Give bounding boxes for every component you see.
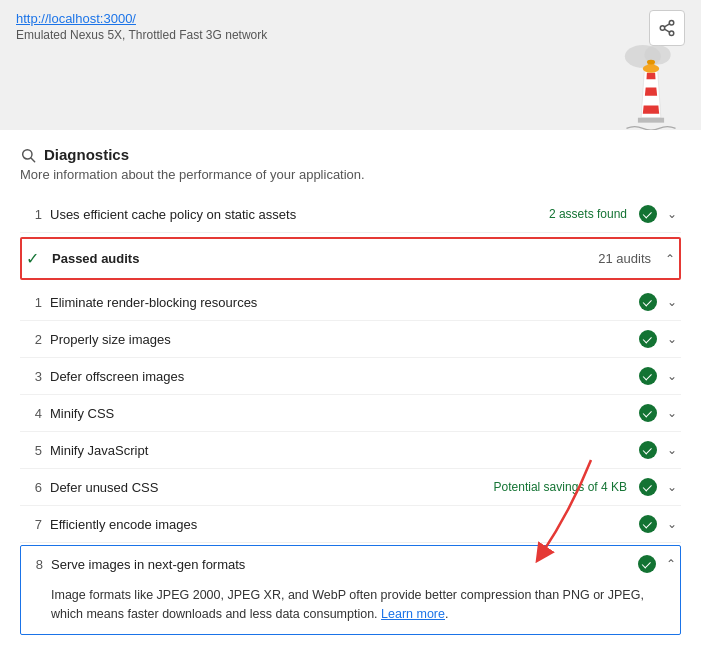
audit-row-7: 7 Efficiently encode images ⌄ — [20, 506, 681, 543]
svg-line-4 — [664, 24, 669, 27]
static-assets-check — [639, 205, 657, 223]
passed-audits-row[interactable]: ✓ Passed audits 21 audits ⌃ — [20, 237, 681, 280]
audit-label-8: Serve images in next-gen formats — [51, 557, 630, 572]
audit-check-2 — [639, 330, 657, 348]
audit-number-7: 7 — [24, 517, 42, 532]
passed-audits-checkmark: ✓ — [26, 249, 44, 268]
static-assets-number: 1 — [24, 207, 42, 222]
audit-label-6: Defer unused CSS — [50, 480, 486, 495]
audit-check-4 — [639, 404, 657, 422]
passed-audits-count: 21 audits — [598, 251, 651, 266]
audit-label-5: Minify JavaScript — [50, 443, 631, 458]
audit-expanded-text-8: Image formats like JPEG 2000, JPEG XR, a… — [51, 588, 644, 621]
audit-label-2: Properly size images — [50, 332, 631, 347]
audit-chevron-5[interactable]: ⌄ — [667, 443, 677, 457]
audit-row-1: 1 Eliminate render-blocking resources ⌄ — [20, 284, 681, 321]
audit-number-4: 4 — [24, 406, 42, 421]
main-content: Diagnostics More information about the p… — [0, 130, 701, 651]
audit-label-3: Defer offscreen images — [50, 369, 631, 384]
header-subtitle: Emulated Nexus 5X, Throttled Fast 3G net… — [16, 28, 685, 42]
svg-marker-8 — [643, 105, 659, 113]
audit-row-5: 5 Minify JavaScript ⌄ — [20, 432, 681, 469]
audit-row-4: 4 Minify CSS ⌄ — [20, 395, 681, 432]
audit-number-5: 5 — [24, 443, 42, 458]
lighthouse-logo — [621, 40, 681, 130]
audit-meta-6: Potential savings of 4 KB — [494, 480, 627, 494]
audit-chevron-7[interactable]: ⌄ — [667, 517, 677, 531]
diagnostics-title: Diagnostics — [44, 146, 129, 163]
audit-number-1: 1 — [24, 295, 42, 310]
static-assets-row: 1 Uses efficient cache policy on static … — [20, 196, 681, 233]
svg-line-16 — [31, 158, 35, 162]
audit-label-7: Efficiently encode images — [50, 517, 631, 532]
diagnostics-icon — [20, 147, 36, 163]
audit-number-3: 3 — [24, 369, 42, 384]
audit-chevron-1[interactable]: ⌄ — [667, 295, 677, 309]
audit-check-5 — [639, 441, 657, 459]
audit-check-1 — [639, 293, 657, 311]
audit-check-7 — [639, 515, 657, 533]
share-icon — [658, 19, 676, 37]
diagnostics-header: Diagnostics — [20, 146, 681, 163]
diagnostics-desc: More information about the performance o… — [20, 167, 681, 182]
audit-check-8 — [638, 555, 656, 573]
header-area: http://localhost:3000/ Emulated Nexus 5X… — [0, 0, 701, 130]
static-assets-label: Uses efficient cache policy on static as… — [50, 207, 541, 222]
audit-row-8-container: 8 Serve images in next-gen formats ⌃ Ima… — [20, 545, 681, 635]
header-url[interactable]: http://localhost:3000/ — [16, 11, 136, 26]
passed-audits-label: Passed audits — [52, 251, 590, 266]
svg-point-13 — [647, 60, 655, 65]
svg-rect-14 — [638, 118, 664, 123]
audit-list: 1 Eliminate render-blocking resources ⌄ … — [20, 284, 681, 635]
static-assets-meta: 2 assets found — [549, 207, 627, 221]
svg-marker-9 — [645, 87, 657, 95]
audit-number-6: 6 — [24, 480, 42, 495]
audit-chevron-3[interactable]: ⌄ — [667, 369, 677, 383]
audit-row-3: 3 Defer offscreen images ⌄ — [20, 358, 681, 395]
audit-label-4: Minify CSS — [50, 406, 631, 421]
audit-label-1: Eliminate render-blocking resources — [50, 295, 631, 310]
svg-marker-10 — [647, 73, 656, 80]
svg-line-3 — [664, 29, 669, 32]
audit-chevron-6[interactable]: ⌄ — [667, 480, 677, 494]
audit-check-6 — [639, 478, 657, 496]
static-assets-chevron[interactable]: ⌄ — [667, 207, 677, 221]
audit-number-8: 8 — [25, 557, 43, 572]
audit-check-3 — [639, 367, 657, 385]
audit-row-6: 6 Defer unused CSS Potential savings of … — [20, 469, 681, 506]
audit-learn-more-8[interactable]: Learn more — [381, 607, 445, 621]
passed-audits-chevron[interactable]: ⌃ — [665, 252, 675, 266]
audit-chevron-2[interactable]: ⌄ — [667, 332, 677, 346]
audit-row-8-top: 8 Serve images in next-gen formats ⌃ — [21, 546, 680, 582]
audit-expanded-desc-8: Image formats like JPEG 2000, JPEG XR, a… — [21, 582, 680, 634]
audit-chevron-4[interactable]: ⌄ — [667, 406, 677, 420]
audit-row-2: 2 Properly size images ⌄ — [20, 321, 681, 358]
audit-chevron-8[interactable]: ⌃ — [666, 557, 676, 571]
audit-row-8: 8 Serve images in next-gen formats ⌃ Ima… — [20, 545, 681, 635]
audit-number-2: 2 — [24, 332, 42, 347]
